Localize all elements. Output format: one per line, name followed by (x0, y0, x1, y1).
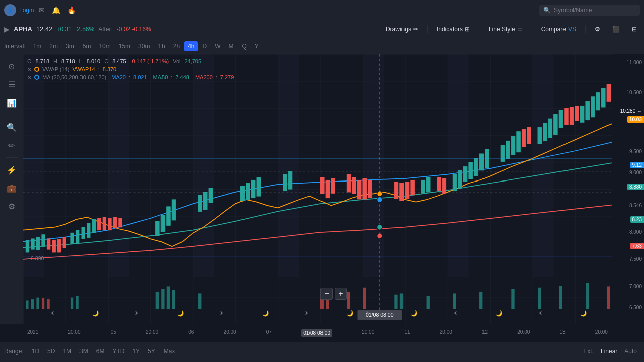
svg-rect-69 (113, 217, 116, 228)
left-sidebar: ⊙ ☰ 📊 🔍 ✏ ⚡ 💼 ⚙ (0, 54, 23, 324)
compare-button[interactable]: Compare VS (538, 24, 579, 34)
email-icon[interactable]: ✉ (37, 4, 47, 16)
interval-3m[interactable]: 3m (62, 41, 78, 51)
interval-30m[interactable]: 30m (135, 41, 153, 51)
interval-w[interactable]: W (211, 41, 224, 51)
intervalbar: Interval: 1m 2m 3m 5m 10m 15m 30m 1h 2h … (0, 38, 644, 54)
sidebar-portfolio[interactable]: 💼 (4, 180, 20, 196)
settings-icon[interactable]: ⚙ (592, 24, 603, 34)
svg-rect-5 (278, 54, 299, 277)
svg-rect-72 (326, 180, 329, 198)
line-style-button[interactable]: Line Style ⚌ (486, 24, 526, 34)
svg-text:☀: ☀ (453, 310, 457, 316)
pen-icon: ✏ (413, 26, 418, 33)
price-7-00: 7.000 (629, 284, 642, 289)
svg-rect-47 (543, 123, 547, 141)
svg-rect-110 (453, 293, 456, 309)
svg-rect-70 (119, 218, 122, 227)
interval-1h[interactable]: 1h (154, 41, 168, 51)
notification-icon[interactable]: 🔔 (50, 4, 62, 16)
svg-rect-16 (76, 230, 79, 243)
xaxis-2000-3: 20:00 (224, 329, 236, 337)
svg-rect-68 (108, 218, 111, 230)
svg-rect-52 (586, 101, 589, 120)
svg-text:🌙: 🌙 (411, 309, 417, 317)
svg-rect-37 (463, 167, 467, 182)
xaxis-2000-6: 20:00 (517, 329, 530, 337)
ext-option[interactable]: Ext. (580, 346, 597, 356)
xaxis-12: 12 (482, 329, 488, 337)
interval-4h[interactable]: 4h (184, 41, 198, 51)
vol-label: Vol (173, 58, 180, 64)
price-change: +0.31 +2.56% (56, 26, 94, 33)
range-6m[interactable]: 6M (92, 346, 109, 356)
interval-10m[interactable]: 10m (95, 41, 114, 51)
interval-m[interactable]: M (225, 41, 237, 51)
auto-option[interactable]: Auto (621, 346, 640, 356)
symbol-ticker[interactable]: APHA (14, 25, 32, 33)
search-input[interactable] (554, 7, 636, 14)
zoom-in-button[interactable]: + (335, 288, 347, 300)
drawings-button[interactable]: Drawings ✏ (383, 24, 421, 34)
search-icon: 🔍 (543, 7, 551, 14)
svg-rect-45 (517, 132, 520, 152)
after-hours-label: After: (98, 26, 113, 33)
sidebar-divider-1 (6, 115, 18, 115)
search-box[interactable]: 🔍 (539, 5, 640, 16)
sidebar-draw[interactable]: ✏ (4, 137, 20, 153)
range-1m[interactable]: 1M (59, 346, 75, 356)
collapse-button[interactable]: ▶ (4, 25, 10, 33)
svg-rect-63 (52, 241, 55, 252)
interval-5m[interactable]: 5m (79, 41, 95, 51)
range-1d[interactable]: 1D (28, 346, 43, 356)
interval-2m[interactable]: 2m (46, 41, 61, 51)
price-current-tag: 10.03 (627, 116, 644, 123)
flame-icon[interactable]: 🔥 (65, 4, 78, 16)
xaxis-2021: 2021 (27, 329, 38, 337)
range-ytd[interactable]: YTD (108, 346, 128, 356)
indicators-button[interactable]: Indicators ⊞ (434, 24, 473, 34)
avatar: 👤 (4, 4, 16, 16)
vwap-indicator-circle (34, 67, 39, 72)
layout-icon[interactable]: ⊟ (629, 24, 640, 34)
interval-d[interactable]: D (199, 41, 210, 51)
range-1y[interactable]: 1Y (128, 346, 144, 356)
zoom-out-button[interactable]: − (320, 288, 333, 300)
svg-rect-79 (394, 182, 398, 199)
fullscreen-icon[interactable]: ⬛ (609, 24, 623, 34)
chart-svg[interactable]: 01/08 08:00 ☀ 🌙 ☀ 🌙 ☀ 🌙 ☀ 🌙 ☀ 🌙 ☀ 🌙 ☀ 🌙 … (23, 54, 644, 324)
svg-rect-25 (204, 192, 207, 210)
interval-y[interactable]: Y (251, 41, 262, 51)
sidebar-alerts[interactable]: ⚡ (4, 162, 20, 178)
login-button[interactable]: Login (19, 7, 34, 14)
sidebar-search[interactable]: 🔍 (4, 119, 20, 135)
sidebar-watchlist[interactable]: ☰ (4, 76, 20, 93)
ma-close[interactable]: ✕ (27, 75, 31, 80)
interval-q[interactable]: Q (238, 41, 250, 51)
symbol-price: 12.42 (36, 25, 53, 33)
svg-rect-8 (533, 54, 554, 277)
vwap-close[interactable]: ✕ (27, 67, 31, 72)
linear-option[interactable]: Linear (601, 348, 617, 355)
range-5d[interactable]: 5D (43, 346, 59, 356)
chart-options: Ext. Linear Auto (580, 346, 640, 356)
svg-text:☀: ☀ (538, 310, 542, 316)
vwap-colon: : (98, 66, 100, 72)
chart-area[interactable]: O 8.718 H 8.718 L 8.010 C 8.475 -0.147 (… (23, 54, 644, 324)
price-9-00: 9.000 (629, 170, 642, 175)
range-max[interactable]: Max (159, 346, 179, 356)
interval-15m[interactable]: 15m (115, 41, 134, 51)
interval-2h[interactable]: 2h (170, 41, 183, 51)
range-3m[interactable]: 3M (75, 346, 92, 356)
svg-rect-83 (437, 177, 441, 191)
svg-rect-114 (559, 286, 562, 309)
sidebar-home[interactable]: ⊙ (4, 58, 20, 74)
range-5y[interactable]: 5Y (144, 346, 159, 356)
svg-rect-23 (172, 200, 175, 220)
toolbar-separator-2 (479, 25, 479, 33)
sidebar-settings[interactable]: ⚙ (4, 198, 20, 214)
interval-1m[interactable]: 1m (30, 41, 45, 51)
indicators-icon: ⊞ (465, 26, 470, 33)
svg-rect-26 (209, 188, 212, 203)
sidebar-chart[interactable]: 📊 (4, 95, 20, 111)
